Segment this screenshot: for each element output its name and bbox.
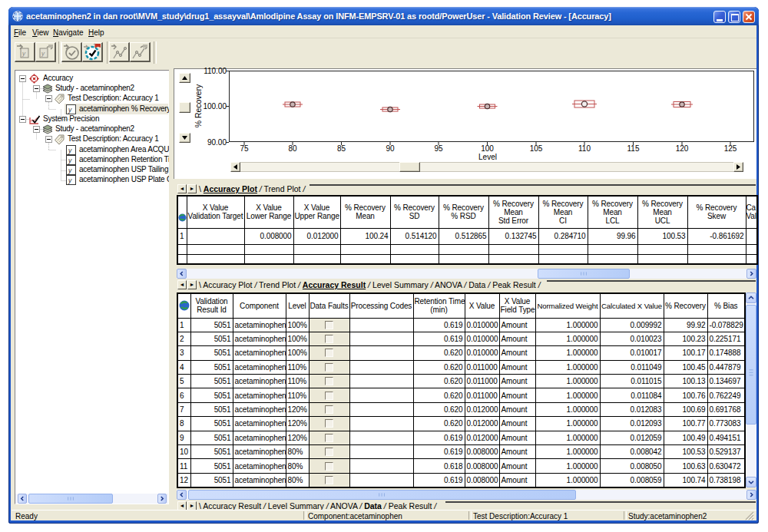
svg-text:y: y bbox=[68, 167, 72, 174]
svg-text:y: y bbox=[68, 157, 72, 164]
svg-text:y: y bbox=[68, 177, 72, 184]
svg-text:y: y bbox=[68, 147, 72, 154]
svg-text:y: y bbox=[68, 106, 72, 114]
